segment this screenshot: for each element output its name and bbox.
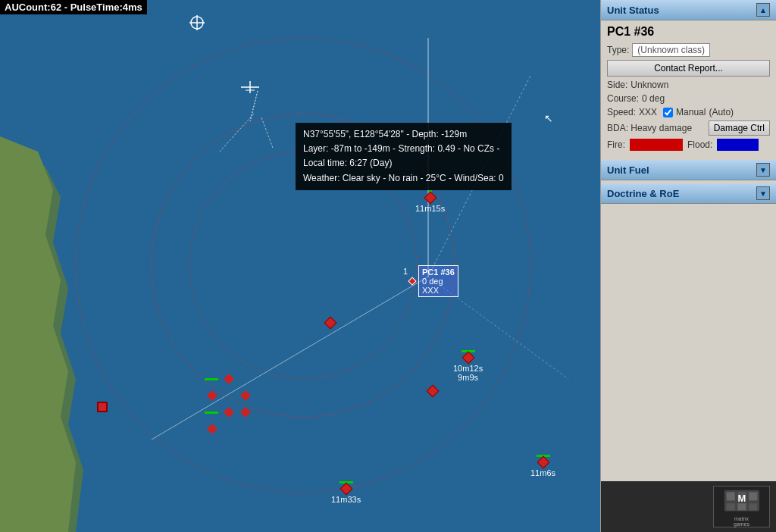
unit-status-collapse-btn[interactable]: ▲ [756, 3, 770, 17]
unit-fuel-collapse-btn[interactable]: ▼ [756, 163, 770, 177]
svg-rect-23 [737, 503, 746, 510]
unit-status-title: Unit Status [607, 5, 659, 16]
cursor: ↖ [544, 112, 553, 124]
map-tooltip: N37°55'55", E128°54'28" - Depth: -129m L… [296, 123, 512, 190]
bda-label: BDA: [607, 123, 628, 133]
bda-value: Heavy damage [630, 123, 692, 133]
doctrine-roe-collapse-btn[interactable]: ▼ [756, 186, 770, 200]
tooltip-line1: N37°55'55", E128°54'28" - Depth: -129m [303, 129, 467, 139]
side-row: Side: Unknown [607, 80, 770, 90]
flood-bar [717, 139, 759, 151]
doctrine-roe-header[interactable]: Doctrine & RoE ▼ [601, 183, 776, 204]
manual-checkbox[interactable] [663, 108, 673, 117]
unit-name: PC1 #36 [607, 25, 770, 39]
svg-rect-24 [749, 503, 757, 510]
unit-diamond-2[interactable] [428, 386, 437, 396]
side-value: Unknown [630, 80, 668, 90]
type-value: (Unknown class) [632, 43, 710, 57]
doctrine-roe-title: Doctrine & RoE [607, 188, 679, 199]
fire-label: Fire: [607, 139, 625, 150]
unit-fuel-header[interactable]: Unit Fuel ▼ [601, 160, 776, 180]
speed-value: XXX [639, 107, 657, 117]
svg-rect-22 [726, 503, 734, 510]
flood-label: Flood: [687, 139, 712, 150]
unit-11m6s[interactable]: 11m6s [530, 455, 555, 477]
speed-row: Speed: XXX Manual (Auto) [607, 107, 770, 117]
type-label: Type: [607, 45, 629, 55]
auto-label: (Auto) [709, 107, 734, 117]
manual-label: Manual [676, 107, 706, 117]
unit-10m12s[interactable]: 10m12s 9m9s [453, 350, 483, 382]
svg-rect-21 [749, 492, 757, 500]
course-value: 0 deg [642, 93, 665, 104]
unit-fuel-title: Unit Fuel [607, 164, 649, 176]
contact-report-button[interactable]: Contact Report... [607, 60, 770, 77]
damage-ctrl-button[interactable]: Damage Ctrl [709, 120, 770, 136]
unit-red-square[interactable] [97, 402, 108, 412]
unit-11m33s[interactable]: 11m33s [331, 481, 361, 504]
map-area[interactable]: AUCount:62 - PulseTime:4ms N37°55'55", E… [0, 0, 600, 532]
bda-row: BDA: Heavy damage Damage Ctrl [607, 120, 770, 136]
svg-rect-1 [0, 0, 600, 532]
tooltip-line2: Layer: -87m to -149m - Strength: 0.49 - … [303, 143, 499, 154]
side-label: Side: [607, 80, 627, 90]
speed-label: Speed: [607, 107, 636, 117]
selected-unit-pc1-36[interactable]: PC1 #36 0 deg XXX 1 [409, 265, 458, 297]
course-label: Course: [607, 93, 639, 104]
au-counter: AUCount:62 - PulseTime:4ms [0, 0, 147, 14]
map-canvas [0, 0, 600, 532]
type-row: Type: (Unknown class) [607, 43, 770, 57]
logo-area: M matrixgames [601, 481, 776, 532]
unit-cluster [205, 371, 253, 437]
right-panel: Unit Status ▲ PC1 #36 Type: (Unknown cla… [600, 0, 776, 532]
tooltip-line4: Weather: Clear sky - No rain - 25°C - Wi… [303, 173, 504, 183]
fire-flood-row: Fire: Flood: [607, 139, 770, 151]
course-row: Course: 0 deg [607, 93, 770, 104]
unit-status-header[interactable]: Unit Status ▲ [601, 0, 776, 20]
tooltip-line3: Local time: 6:27 (Day) [303, 158, 392, 168]
svg-rect-19 [726, 492, 734, 500]
fire-bar [630, 139, 683, 151]
unit-status-body: PC1 #36 Type: (Unknown class) Contact Re… [601, 20, 776, 160]
unit-diamond-1[interactable] [326, 318, 335, 327]
matrix-games-logo: M matrixgames [713, 486, 770, 527]
svg-text:M: M [737, 493, 746, 504]
unit-11m15s[interactable]: 11m15s [415, 189, 445, 213]
